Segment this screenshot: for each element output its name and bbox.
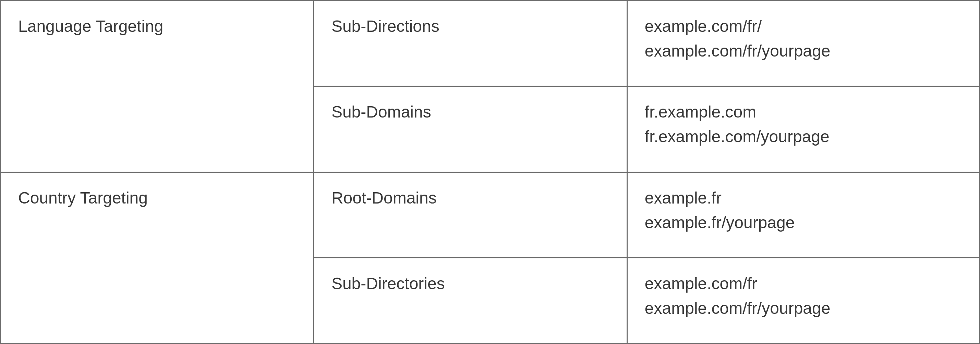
example-text: example.fr [645,186,962,210]
method-cell: Sub-Directories [313,258,627,343]
example-cell: example.com/fr example.com/fr/yourpage [627,258,979,343]
example-text: example.com/fr [645,271,962,296]
method-cell: Root-Domains [313,172,627,258]
method-cell: Sub-Directions [313,1,627,86]
method-label: Sub-Directories [331,274,445,293]
category-cell: Language Targeting [1,1,314,172]
method-label: Sub-Directions [331,17,439,35]
example-cell: example.com/fr/ example.com/fr/yourpage [627,1,979,86]
example-cell: fr.example.com fr.example.com/yourpage [627,86,979,172]
example-text: example.com/fr/ [645,14,962,39]
method-label: Root-Domains [331,189,437,207]
example-text: example.com/fr/yourpage [645,296,962,321]
example-text: fr.example.com [645,100,962,124]
example-text: example.fr/yourpage [645,210,962,235]
example-text: fr.example.com/yourpage [645,124,962,149]
method-label: Sub-Domains [331,103,431,121]
category-label: Country Targeting [18,189,148,207]
method-cell: Sub-Domains [313,86,627,172]
example-cell: example.fr example.fr/yourpage [627,172,979,258]
category-label: Language Targeting [18,17,164,35]
targeting-table: Language Targeting Sub-Directions exampl… [0,0,980,344]
table-row: Country Targeting Root-Domains example.f… [1,172,980,258]
example-text: example.com/fr/yourpage [645,39,962,63]
category-cell: Country Targeting [1,172,314,344]
table-row: Language Targeting Sub-Directions exampl… [1,1,980,86]
